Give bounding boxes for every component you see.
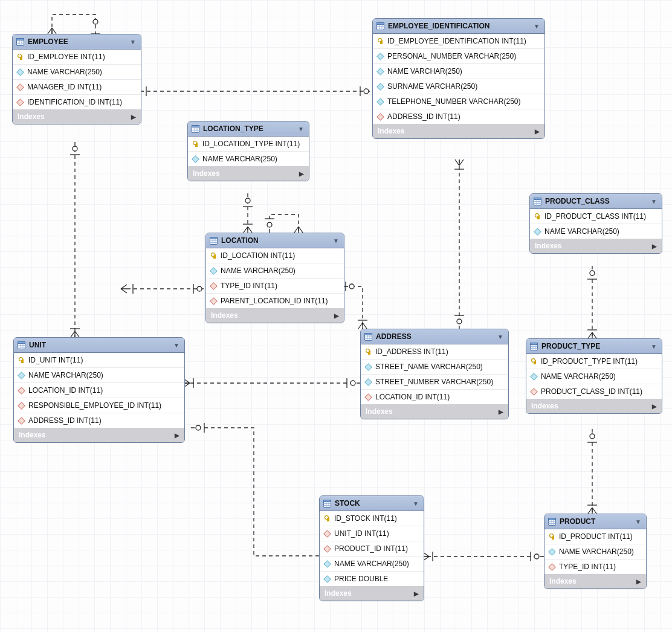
column-row[interactable]: RESPONSIBLE_EMPLOYEE_ID INT(11) <box>14 398 184 413</box>
column-row[interactable]: ID_EMPLOYEE_IDENTIFICATION INT(11) <box>373 34 544 49</box>
column-row[interactable]: ID_EMPLOYEE INT(11) <box>13 50 141 65</box>
table-unit[interactable]: UNIT▼ID_UNIT INT(11)NAME VARCHAR(250)LOC… <box>13 337 185 443</box>
indexes-section[interactable]: Indexes▶ <box>14 428 184 442</box>
collapse-caret-icon[interactable]: ▼ <box>130 39 136 45</box>
expand-triangle-icon[interactable]: ▶ <box>652 403 657 410</box>
column-row[interactable]: NAME VARCHAR(250) <box>373 64 544 79</box>
table-title: UNIT <box>29 341 170 349</box>
column-row[interactable]: LOCATION_ID INT(11) <box>14 383 184 398</box>
column-row[interactable]: TYPE_ID INT(11) <box>206 279 344 294</box>
column-icon <box>210 267 217 274</box>
collapse-caret-icon[interactable]: ▼ <box>333 237 339 244</box>
collapse-caret-icon[interactable]: ▼ <box>413 500 419 507</box>
column-row[interactable]: ADDRESS_ID INT(11) <box>373 109 544 124</box>
table-location_type[interactable]: LOCATION_TYPE▼ID_LOCATION_TYPE INT(11)NA… <box>187 121 309 181</box>
table-header[interactable]: ADDRESS▼ <box>361 329 508 344</box>
column-row[interactable]: STREET_NUMBER VARCHAR(250) <box>361 375 508 390</box>
table-employee[interactable]: EMPLOYEE▼ID_EMPLOYEE INT(11)NAME VARCHAR… <box>12 34 141 124</box>
column-row[interactable]: PRODUCT_CLASS_ID INT(11) <box>526 384 662 399</box>
table-product_class[interactable]: PRODUCT_CLASS▼ID_PRODUCT_CLASS INT(11)NA… <box>529 193 662 254</box>
expand-triangle-icon[interactable]: ▶ <box>334 312 339 319</box>
column-row[interactable]: PRODUCT_ID INT(11) <box>320 541 424 556</box>
expand-triangle-icon[interactable]: ▶ <box>652 243 657 250</box>
expand-triangle-icon[interactable]: ▶ <box>414 590 419 597</box>
column-row[interactable]: IDENTIFICATION_ID INT(11) <box>13 95 141 109</box>
column-row[interactable]: LOCATION_ID INT(11) <box>361 390 508 404</box>
expand-triangle-icon[interactable]: ▶ <box>131 114 136 120</box>
column-row[interactable]: TELEPHONE_NUMBER VARCHAR(250) <box>373 94 544 109</box>
expand-triangle-icon[interactable]: ▶ <box>535 128 540 135</box>
column-text: PERSONAL_NUMBER VARCHAR(250) <box>387 52 516 60</box>
expand-triangle-icon[interactable]: ▶ <box>499 408 503 415</box>
column-row[interactable]: MANAGER_ID INT(11) <box>13 80 141 95</box>
collapse-caret-icon[interactable]: ▼ <box>534 23 540 30</box>
column-row[interactable]: NAME VARCHAR(250) <box>320 556 424 572</box>
column-row[interactable]: NAME VARCHAR(250) <box>188 152 309 166</box>
collapse-caret-icon[interactable]: ▼ <box>497 334 503 340</box>
table-header[interactable]: LOCATION▼ <box>206 233 344 248</box>
indexes-section[interactable]: Indexes▶ <box>373 124 544 138</box>
column-row[interactable]: ID_PRODUCT INT(11) <box>544 529 646 544</box>
indexes-section[interactable]: Indexes▶ <box>526 399 662 413</box>
collapse-caret-icon[interactable]: ▼ <box>635 518 641 525</box>
table-address[interactable]: ADDRESS▼ID_ADDRESS INT(11)STREET_NAME VA… <box>360 329 509 419</box>
table-location[interactable]: LOCATION▼ID_LOCATION INT(11)NAME VARCHAR… <box>205 233 344 323</box>
expand-triangle-icon[interactable]: ▶ <box>299 170 304 177</box>
column-row[interactable]: ID_ADDRESS INT(11) <box>361 344 508 360</box>
indexes-section[interactable]: Indexes▶ <box>530 239 662 253</box>
column-row[interactable]: PRICE DOUBLE <box>320 572 424 586</box>
indexes-section[interactable]: Indexes▶ <box>13 109 141 124</box>
column-row[interactable]: ID_PRODUCT_CLASS INT(11) <box>530 209 662 224</box>
indexes-section[interactable]: Indexes▶ <box>188 166 309 181</box>
indexes-section[interactable]: Indexes▶ <box>361 404 508 419</box>
column-row[interactable]: UNIT_ID INT(11) <box>320 526 424 541</box>
column-text: ID_LOCATION INT(11) <box>221 251 295 260</box>
column-row[interactable]: ADDRESS_ID INT(11) <box>14 413 184 428</box>
svg-point-9 <box>590 271 595 276</box>
expand-triangle-icon[interactable]: ▶ <box>175 432 179 439</box>
collapse-caret-icon[interactable]: ▼ <box>298 126 304 132</box>
column-row[interactable]: NAME VARCHAR(250) <box>14 368 184 383</box>
column-row[interactable]: ID_STOCK INT(11) <box>320 511 424 526</box>
table-stock[interactable]: STOCK▼ID_STOCK INT(11)UNIT_ID INT(11)PRO… <box>319 495 424 601</box>
table-product_type[interactable]: PRODUCT_TYPE▼ID_PRODUCT_TYPE INT(11)NAME… <box>526 338 662 414</box>
column-row[interactable]: PERSONAL_NUMBER VARCHAR(250) <box>373 49 544 64</box>
table-header[interactable]: STOCK▼ <box>320 496 424 511</box>
column-row[interactable]: PARENT_LOCATION_ID INT(11) <box>206 294 344 308</box>
table-header[interactable]: PRODUCT▼ <box>544 514 646 529</box>
column-row[interactable]: ID_PRODUCT_TYPE INT(11) <box>526 354 662 369</box>
collapse-caret-icon[interactable]: ▼ <box>651 343 657 350</box>
indexes-section[interactable]: Indexes▶ <box>206 308 344 323</box>
foreign-key-icon <box>548 563 555 570</box>
column-row[interactable]: ID_UNIT INT(11) <box>14 353 184 368</box>
column-text: ADDRESS_ID INT(11) <box>387 112 460 121</box>
column-row[interactable]: NAME VARCHAR(250) <box>206 263 344 279</box>
column-icon <box>192 155 199 163</box>
indexes-section[interactable]: Indexes▶ <box>544 574 646 588</box>
column-row[interactable]: SURNAME VARCHAR(250) <box>373 79 544 94</box>
table-header[interactable]: EMPLOYEE_IDENTIFICATION▼ <box>373 19 544 34</box>
table-header[interactable]: PRODUCT_CLASS▼ <box>530 194 662 209</box>
table-header[interactable]: EMPLOYEE▼ <box>13 34 141 50</box>
column-row[interactable]: NAME VARCHAR(250) <box>544 544 646 559</box>
indexes-section[interactable]: Indexes▶ <box>320 586 424 601</box>
table-header[interactable]: LOCATION_TYPE▼ <box>188 121 309 137</box>
expand-triangle-icon[interactable]: ▶ <box>636 578 641 585</box>
column-row[interactable]: NAME VARCHAR(250) <box>526 369 662 384</box>
column-row[interactable]: TYPE_ID INT(11) <box>544 559 646 574</box>
foreign-key-icon <box>323 545 331 552</box>
column-row[interactable]: NAME VARCHAR(250) <box>530 224 662 239</box>
column-text: ID_LOCATION_TYPE INT(11) <box>202 140 300 148</box>
collapse-caret-icon[interactable]: ▼ <box>173 342 179 349</box>
table-header[interactable]: UNIT▼ <box>14 338 184 353</box>
column-row[interactable]: ID_LOCATION_TYPE INT(11) <box>188 137 309 152</box>
table-employee_identification[interactable]: EMPLOYEE_IDENTIFICATION▼ID_EMPLOYEE_IDEN… <box>372 18 545 139</box>
column-row[interactable]: ID_LOCATION INT(11) <box>206 248 344 263</box>
table-product[interactable]: PRODUCT▼ID_PRODUCT INT(11)NAME VARCHAR(2… <box>544 514 647 589</box>
table-header[interactable]: PRODUCT_TYPE▼ <box>526 339 662 354</box>
column-row[interactable]: STREET_NAME VARCHAR(250) <box>361 360 508 375</box>
collapse-caret-icon[interactable]: ▼ <box>651 198 657 205</box>
column-row[interactable]: NAME VARCHAR(250) <box>13 65 141 80</box>
column-icon <box>530 373 537 380</box>
columns-list: ID_ADDRESS INT(11)STREET_NAME VARCHAR(25… <box>361 344 508 404</box>
